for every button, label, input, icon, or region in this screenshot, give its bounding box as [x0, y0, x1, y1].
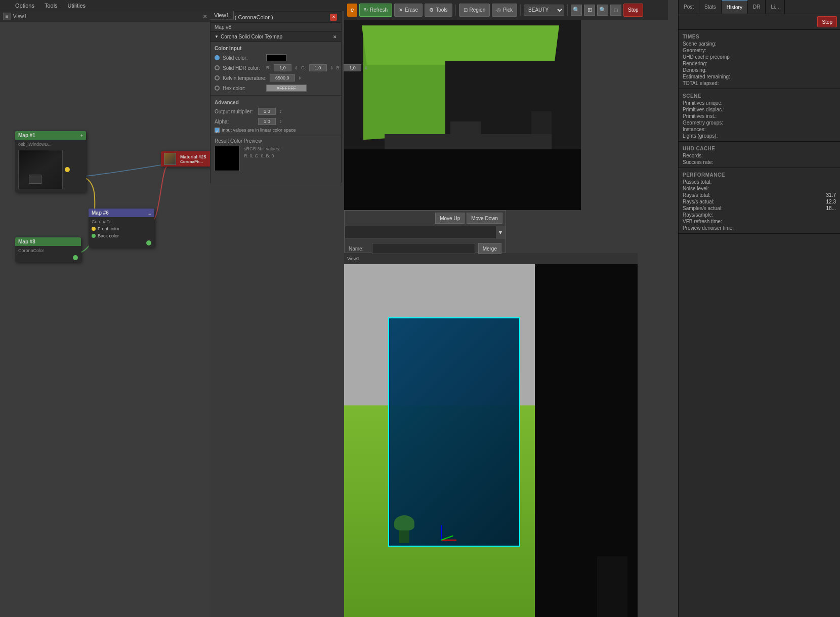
node-add-btn[interactable]: + [80, 133, 83, 138]
move-up-btn[interactable]: Move Up [435, 213, 465, 224]
tab-stats[interactable]: Stats [699, 0, 722, 14]
rays-total-value: 31.7 [826, 192, 836, 198]
node-editor-toolbar: ≡ View1 ✕ [0, 11, 210, 22]
scene-section: SCENE Primitives unique: Primitives disp… [679, 89, 840, 142]
erase-label[interactable]: Erase [405, 7, 418, 13]
samples-value: 18... [826, 205, 836, 211]
alpha-spin[interactable]: ⇕ [279, 119, 282, 124]
region-btn[interactable]: ⊡ Region [459, 4, 490, 17]
node-map6-add[interactable]: ... [147, 211, 151, 216]
hex-radio[interactable] [215, 86, 220, 91]
node-editor-label: View1 [13, 14, 27, 19]
region-label[interactable]: Region [470, 7, 486, 13]
tab-dr[interactable]: DR [748, 0, 766, 14]
result-preview-section: Result Color Preview sRGB 8bit values: R… [211, 136, 341, 173]
kelvin-row: Kelvin temperature: ⇕ [211, 73, 341, 83]
g-spin[interactable]: ⇕ [330, 66, 333, 70]
menu-utilities[interactable]: Utilities [66, 2, 88, 10]
performance-title: PERFORMANCE [683, 170, 836, 179]
property-panel: Map #8 ( CoronaColor ) ✕ Map #8 ▼ Corona… [210, 11, 342, 183]
samples-row: Samples/s actual: 18... [683, 205, 836, 212]
erase-btn[interactable]: ✕ Erase [394, 4, 423, 17]
solid-color-radio[interactable] [215, 55, 220, 60]
refresh-label[interactable]: Refresh [370, 7, 388, 13]
advanced-label: Advanced [211, 98, 341, 106]
texmap-section-header[interactable]: ▼ Corona Solid Color Texmap ✕ [211, 32, 341, 42]
kelvin-spin[interactable]: ⇕ [298, 76, 302, 80]
list-scroll-arrow[interactable]: ▼ [496, 226, 505, 238]
node-mat25-label: Material #25 [180, 154, 206, 159]
node-mat25-header: Material #25 CoronaPh... [161, 151, 210, 167]
node-toolbar-btn[interactable]: ≡ [3, 13, 11, 20]
alpha-row: Alpha: ⇕ [211, 116, 341, 127]
rays-actual-value: 12.3 [826, 199, 836, 204]
view1-label: View1 [210, 11, 234, 20]
preview-denoiser-row: Preview denoiser time: [683, 225, 836, 231]
geom-groups-label: Geometry groups: [683, 120, 723, 126]
beauty-select[interactable]: BEAUTY [524, 5, 564, 16]
hdr-b-input[interactable] [344, 64, 361, 71]
panel-close-btn[interactable]: ✕ [330, 14, 337, 21]
kelvin-input[interactable] [270, 74, 295, 81]
pick-btn[interactable]: ◎ Pick [492, 4, 517, 17]
scene-parsing-row: Scene parsing: [683, 40, 836, 47]
zoom-select-btn[interactable]: □ [610, 5, 621, 16]
menu-options[interactable]: Options [13, 2, 36, 10]
b-label: B: [337, 65, 341, 70]
section-arrow: ▼ [215, 34, 219, 39]
stop-btn[interactable]: Stop [623, 4, 643, 17]
hdr-g-input[interactable] [309, 64, 327, 71]
hex-row: Hex color: [211, 83, 341, 93]
geom-groups-row: Geometry groups: [683, 119, 836, 126]
records-label: Records: [683, 153, 703, 158]
node-map1[interactable]: Map #1 + osl: jiWindowB... [15, 131, 86, 192]
alpha-input[interactable] [258, 118, 276, 125]
vfb-refresh-label: VFB refresh time: [683, 219, 722, 224]
solid-color-swatch[interactable] [266, 54, 286, 61]
success-rate-label: Success rate: [683, 159, 713, 165]
tab-post[interactable]: Post [679, 0, 699, 14]
zoom-in-btn[interactable]: 🔍 [571, 5, 582, 16]
hex-input[interactable] [266, 85, 307, 92]
node-mat25[interactable]: Material #25 CoronaPh... [161, 151, 210, 167]
output-mult-input[interactable] [258, 108, 276, 115]
kelvin-radio[interactable] [215, 75, 220, 80]
output-spin[interactable]: ⇕ [279, 109, 282, 114]
history-toolbar: Stop [679, 14, 840, 30]
right-plant [597, 556, 627, 617]
stats-tabs: Post Stats History DR Li... [679, 0, 840, 14]
r-spin[interactable]: ⇕ [295, 66, 298, 70]
hdr-r-input[interactable] [274, 64, 291, 71]
linear-checkbox[interactable]: ✓ [215, 128, 220, 133]
zoom-fit-btn[interactable]: ⊞ [584, 5, 595, 16]
menu-blank[interactable] [3, 5, 7, 7]
menu-tools[interactable]: Tools [43, 2, 60, 10]
rays-actual-row: Rays/s actual: 12.3 [683, 198, 836, 205]
merge-btn[interactable]: Merge [478, 243, 501, 254]
separator3 [567, 5, 568, 16]
region-icon: ⊡ [464, 7, 468, 13]
node-map8[interactable]: Map #8 CoronaColor [15, 237, 81, 262]
b-spin[interactable]: ⇕ [364, 66, 368, 70]
tools-btn[interactable]: ⚙ Tools [425, 4, 452, 17]
blue-box [388, 317, 520, 547]
node-map8-header: Map #8 [15, 237, 81, 246]
solid-hdr-radio[interactable] [215, 65, 220, 70]
tools-label[interactable]: Tools [436, 7, 447, 13]
lights-label: Lights (groups): [683, 133, 718, 139]
tab-history[interactable]: History [722, 0, 748, 14]
texmap-section-close[interactable]: ✕ [333, 34, 337, 39]
move-down-btn[interactable]: Move Down [467, 213, 502, 224]
pick-label[interactable]: Pick [503, 7, 513, 13]
node-map6[interactable]: Map #6 ... CoronaFr... Front color Back … [89, 209, 154, 248]
node-editor-close[interactable]: ✕ [203, 14, 207, 19]
estimated-row: Estimated remaining: [683, 73, 836, 80]
tab-li[interactable]: Li... [766, 0, 784, 14]
refresh-btn[interactable]: ↻ Refresh [359, 4, 392, 17]
node-map6-sublabel: CoronaFr... [89, 218, 154, 225]
color-input-section: Color Input Solid color: Solid HDR color… [211, 42, 341, 96]
zoom-out-btn[interactable]: 🔍 [597, 5, 608, 16]
pick-icon: ◎ [496, 7, 501, 13]
stop-btn-2[interactable]: Stop [817, 16, 837, 27]
dialog-name-input[interactable] [372, 243, 475, 254]
